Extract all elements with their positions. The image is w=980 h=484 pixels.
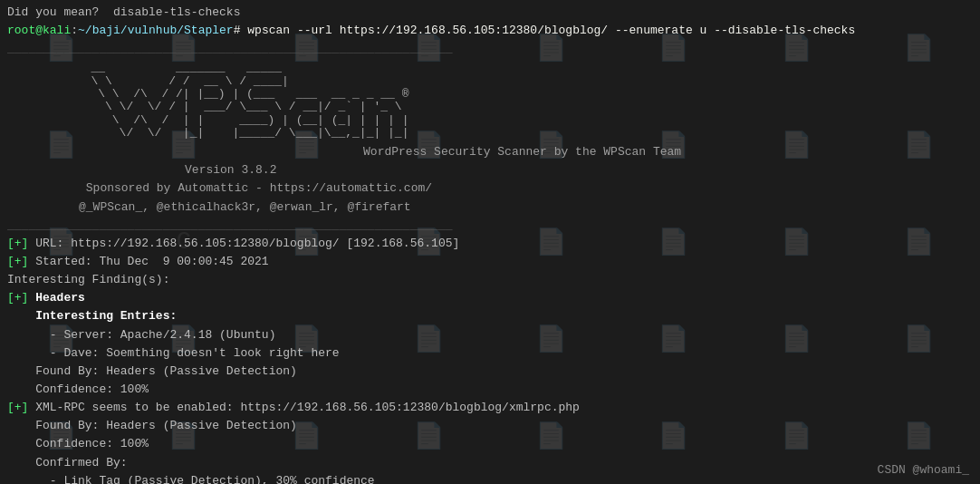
found-by-1: Found By: Headers (Passive Detection) — [7, 363, 973, 381]
started-line: [+] Started: Thu Dec 9 00:00:45 2021 — [7, 253, 973, 271]
wpscan-logo: __ _______ _____ \ \ / / __ \ / ____| \ … — [34, 62, 946, 140]
logo-line-2: \ \ / / __ \ / ____| — [34, 75, 946, 88]
interesting-findings-label: Interesting Finding(s): — [7, 271, 973, 289]
separator-1: ________________________________________… — [7, 40, 973, 58]
did-you-mean-line: Did you mean? disable-tls-checks — [7, 4, 973, 22]
separator-2: ________________________________________… — [7, 217, 973, 235]
confirmed-by-line: Confirmed By: — [7, 454, 973, 472]
sponsored-line: Sponsored by Automattic - https://automa… — [43, 179, 973, 198]
interesting-entries-line: Interesting Entries: — [7, 307, 973, 325]
dave-line: - Dave: Soemthing doesn't look right her… — [7, 344, 973, 363]
started-bracket: [+] — [7, 255, 28, 268]
link-tag-line: - Link Tag (Passive Detection), 30% conf… — [7, 472, 973, 484]
wp-title: WordPress Security Scanner by the WPScan… — [43, 143, 973, 161]
confidence-1: Confidence: 100% — [7, 381, 973, 399]
social-line: @_WPScan_, @ethicalhack3r, @erwan_lr, @f… — [43, 198, 973, 217]
logo-line-5: \ /\ / | | ____) | (__| (_| | | | | — [34, 114, 946, 127]
found-by-2: Found By: Headers (Passive Detection) — [7, 417, 973, 435]
logo-line-4: \ \/ \/ / | ___/ \___ \ / __|/ _` | '_ \ — [34, 101, 946, 113]
prompt-command: wpscan --url https://192.168.56.105:1238… — [247, 24, 855, 37]
url-line: [+] URL: https://192.168.56.105:12380/bl… — [7, 235, 973, 253]
logo-line-6: \/ \/ |_| |_____/ \___|\__,_|_| |_| — [34, 127, 946, 140]
csdn-watermark: CSDN @whoami_ — [878, 463, 969, 477]
logo-line-1: __ _______ _____ — [34, 62, 946, 74]
version-line: Version 3.8.2 — [43, 161, 973, 179]
xmlrpc-line: [+] XML-RPC seems to be enabled: https:/… — [7, 399, 973, 417]
url-bracket: [+] — [7, 237, 28, 250]
prompt-path: ~/baji/vulnhub/Stapler — [78, 24, 234, 37]
prompt-user: root@kali — [7, 24, 71, 37]
logo-line-3: \ \ /\ / /| |__) | (___ ___ __ _ _ __ ® — [34, 88, 946, 101]
prompt-line: root@kali:~/baji/vulnhub/Stapler# wpscan… — [7, 22, 973, 40]
prompt-hash: # — [234, 24, 248, 37]
server-line: - Server: Apache/2.4.18 (Ubuntu) — [7, 326, 973, 344]
xmlrpc-bracket: [+] — [7, 401, 28, 414]
terminal-content: Did you mean? disable-tls-checks root@ka… — [0, 0, 980, 484]
headers-label: Headers — [35, 291, 85, 305]
headers-bracket: [+] — [7, 291, 28, 305]
prompt-colon: : — [71, 24, 78, 37]
headers-line: [+] Headers — [7, 289, 973, 307]
confidence-2: Confidence: 100% — [7, 435, 973, 453]
terminal-window: 📄 📄 📄 📄 📄 📄 📄 📄 📄 📄 📄 📄 📄 📄 📄 📄 📄 C 📄 📄 … — [0, 0, 980, 484]
